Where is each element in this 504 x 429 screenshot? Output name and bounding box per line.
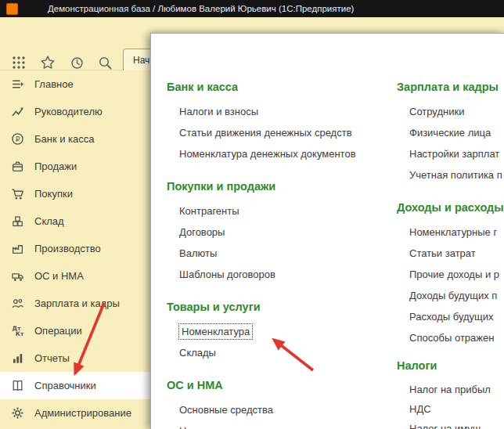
sidebar-item-os-i-nma[interactable]: ОС и НМА [0,262,150,290]
cart-icon [10,187,24,200]
menu-item-label: Номенклатурные г [409,226,497,238]
menu-item-label: Склады [179,347,216,359]
sidebar-item-label: Справочники [34,380,96,391]
menu-item-label: Сотрудники [409,106,464,117]
menu-item-label: Статьи движения денежных средств [179,127,352,139]
tab-label: Нач [133,55,149,66]
menu-item[interactable]: Номенклатура денежных документов [167,143,390,164]
sidebar-item-spravochniki[interactable]: Справочники [0,372,150,399]
section-title: Доходы и расходы [397,200,504,215]
menu-item[interactable]: Сотрудники [397,101,504,122]
menu-item-nomenklatura[interactable]: Номенклатура [167,321,390,342]
sidebar-item-pokupki[interactable]: Покупки [0,180,150,207]
window-title: Демонстрационная база / Любимов Валерий … [48,4,354,13]
section-title: Зарплата и кадры [397,79,504,95]
menu-item[interactable]: Валюты [167,243,390,264]
menu-item[interactable]: Способы отражен [397,327,504,348]
1c-app-icon [6,3,18,15]
menu-item-label: Валюты [179,247,217,259]
menu-item[interactable]: Склады [167,342,390,363]
sidebar-item-label: Главное [34,78,74,90]
menu-item[interactable]: Настройки зарплат [397,143,504,164]
menu-item-label: Номенклатура [179,324,252,339]
menu-item-label: Физические лица [409,127,491,139]
menu-item[interactable]: Доходы будущих п [397,285,504,306]
section-title: Товары и услуги [167,299,390,315]
menu-item-label: Учетная политика п [409,169,502,181]
sidebar-item-label: Банк и касса [34,133,95,145]
menu-item[interactable]: Шаблоны договоров [167,264,390,285]
menu-item[interactable]: Налог на имущ [397,419,504,429]
menu-item[interactable]: Прочие доходы и р [397,264,504,285]
svg-text:₽: ₽ [15,135,20,143]
menu-column-1: Банк и касса Налоги и взносы Статьи движ… [167,34,390,429]
menu-item[interactable]: Физические лица [397,122,504,143]
menu-item[interactable]: Налоги и взносы [167,101,390,122]
sidebar-item-operatsii[interactable]: ДтКт Операции [0,317,150,344]
menu-item-label: Настройки зарплат [409,148,499,160]
menu-item[interactable]: Контрагенты [167,200,390,222]
sidebar-item-rukovoditelyu[interactable]: Руководителю [0,98,150,125]
menu-section: Банк и касса Налоги и взносы Статьи движ… [167,79,390,164]
sidebar-item-label: Администрирование [34,407,131,419]
sidebar-item-prodazhi[interactable]: Продажи [0,153,150,180]
sidebar-item-otchety[interactable]: Отчеты [0,344,150,372]
menu-item-label: Способы отражен [409,332,494,344]
sidebar-item-glavnoe[interactable]: Главное [0,70,150,98]
menu-column-2: Зарплата и кадры Сотрудники Физические л… [397,34,504,429]
menu-item-label: Налоги и взносы [179,106,258,117]
menu-item[interactable]: Учетная политика п [397,164,504,186]
sidebar-item-label: ОС и НМА [34,270,84,282]
menu-section: Доходы и расходы Номенклатурные г Статьи… [397,200,504,348]
menu-item-label: Расходы будущих [409,311,494,323]
menu-section: Покупки и продажи Контрагенты Договоры В… [167,178,390,285]
menu-item[interactable]: Номенклатурные г [397,222,504,243]
menu-item[interactable]: НДС [397,399,504,419]
sidebar-item-label: Производство [34,243,101,254]
sidebar-item-proizvodstvo[interactable]: Производство [0,235,150,262]
section-title: Покупки и продажи [167,178,390,194]
menu-section: Зарплата и кадры Сотрудники Физические л… [397,79,504,186]
menu-item-label: Налог на имущ [409,423,481,429]
menu-item[interactable]: Нематериальные активы [167,420,390,429]
line-chart-icon [10,105,24,118]
menu-item-label: НДС [409,403,431,415]
people-icon [10,297,24,310]
sidebar-item-label: Склад [34,215,64,227]
menu-item-label: Основные средства [179,404,273,416]
sidebar-item-bank-i-kassa[interactable]: ₽ Банк и касса [0,125,150,153]
section-title: ОС и НМА [167,377,390,393]
dt-kt-icon: ДтКт [10,324,24,337]
menu-item[interactable]: Договоры [167,222,390,243]
menu-item-label: Шаблоны договоров [179,269,275,280]
menu-item-label: Налог на прибыл [409,384,491,395]
menu-item[interactable]: Налог на прибыл [397,380,504,399]
menu-item[interactable]: Статьи затрат [397,243,504,264]
book-icon [10,379,24,392]
sidebar-item-label: Отчеты [34,352,70,364]
menu-section: Налоги Налог на прибыл НДС Налог на имущ [397,358,504,429]
sidebar-item-zarplata-i-kadry[interactable]: Зарплата и кадры [0,290,150,317]
factory-icon [10,242,24,255]
app-window: Демонстрационная база / Любимов Валерий … [0,0,504,429]
menu-item[interactable]: Статьи движения денежных средств [167,122,390,143]
sidebar-item-label: Операции [34,325,82,337]
menu-item[interactable]: Расходы будущих [397,306,504,327]
sidebar-item-sklad[interactable]: Склад [0,207,150,235]
svg-text:Кт: Кт [15,330,23,337]
gear-icon [10,406,24,420]
menu-item-label: Доходы будущих п [409,290,497,301]
menu-item[interactable]: Основные средства [167,399,390,420]
menu-section: ОС и НМА Основные средства Нематериальны… [167,377,390,429]
menu-item-label: Номенклатура денежных документов [179,148,356,160]
sidebar-item-administrirovanie[interactable]: Администрирование [0,399,150,427]
section-title: Налоги [397,358,504,373]
main-icon [10,78,24,91]
bar-chart-icon [10,351,24,365]
truck-icon [10,269,24,283]
sidebar-item-label: Покупки [34,188,73,200]
menu-item-label: Контрагенты [179,205,239,217]
ruble-icon: ₽ [10,132,24,146]
menu-item-label: Статьи затрат [409,247,476,259]
titlebar: Демонстрационная база / Любимов Валерий … [0,0,504,17]
